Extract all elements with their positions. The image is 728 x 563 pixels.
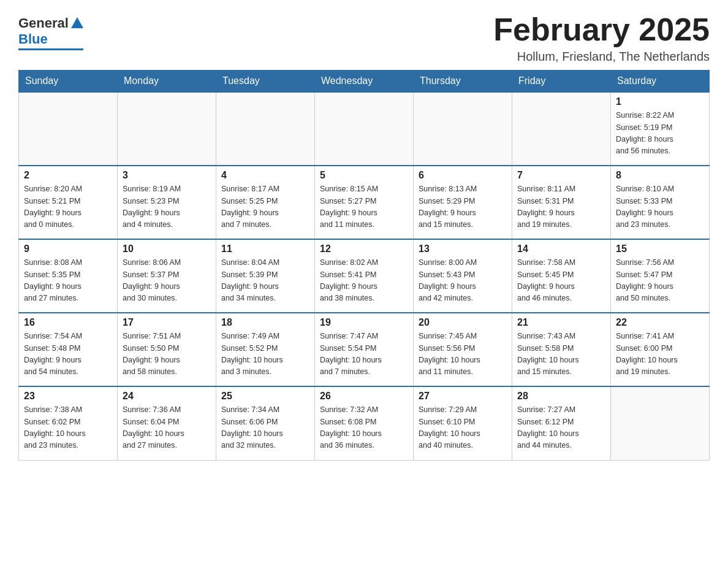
calendar-cell-1-3 <box>216 92 315 166</box>
day-info: Sunrise: 8:22 AM Sunset: 5:19 PM Dayligh… <box>616 110 704 158</box>
day-number: 1 <box>616 96 704 107</box>
calendar-cell-4-4: 19Sunrise: 7:47 AM Sunset: 5:54 PM Dayli… <box>315 313 414 386</box>
day-info: Sunrise: 7:34 AM Sunset: 6:06 PM Dayligh… <box>221 404 309 452</box>
calendar-table: SundayMondayTuesdayWednesdayThursdayFrid… <box>18 70 710 461</box>
calendar-cell-3-7: 15Sunrise: 7:56 AM Sunset: 5:47 PM Dayli… <box>611 239 710 313</box>
day-number: 9 <box>24 243 112 255</box>
day-number: 12 <box>320 243 408 255</box>
day-number: 6 <box>419 170 507 181</box>
calendar-cell-1-1 <box>19 92 118 166</box>
calendar-cell-1-7: 1Sunrise: 8:22 AM Sunset: 5:19 PM Daylig… <box>611 92 710 166</box>
calendar-week-row-1: 1Sunrise: 8:22 AM Sunset: 5:19 PM Daylig… <box>19 92 710 166</box>
calendar-cell-4-6: 21Sunrise: 7:43 AM Sunset: 5:58 PM Dayli… <box>512 313 611 386</box>
calendar-week-row-2: 2Sunrise: 8:20 AM Sunset: 5:21 PM Daylig… <box>19 166 710 239</box>
calendar-cell-2-2: 3Sunrise: 8:19 AM Sunset: 5:23 PM Daylig… <box>118 166 216 239</box>
day-info: Sunrise: 8:17 AM Sunset: 5:25 PM Dayligh… <box>221 183 309 231</box>
day-number: 27 <box>419 391 507 402</box>
calendar-cell-3-3: 11Sunrise: 8:04 AM Sunset: 5:39 PM Dayli… <box>216 239 315 313</box>
day-number: 24 <box>123 391 211 402</box>
day-info: Sunrise: 7:38 AM Sunset: 6:02 PM Dayligh… <box>24 404 112 452</box>
day-info: Sunrise: 7:29 AM Sunset: 6:10 PM Dayligh… <box>419 404 507 452</box>
page-header: General Blue February 2025 Hollum, Fries… <box>18 12 710 64</box>
day-info: Sunrise: 8:15 AM Sunset: 5:27 PM Dayligh… <box>320 183 408 231</box>
logo-underline <box>18 48 83 50</box>
day-info: Sunrise: 7:45 AM Sunset: 5:56 PM Dayligh… <box>419 331 507 378</box>
day-number: 3 <box>123 170 211 181</box>
day-number: 22 <box>616 317 704 328</box>
day-number: 19 <box>320 317 408 328</box>
day-number: 26 <box>320 391 408 402</box>
calendar-cell-5-3: 25Sunrise: 7:34 AM Sunset: 6:06 PM Dayli… <box>216 386 315 460</box>
day-info: Sunrise: 8:02 AM Sunset: 5:41 PM Dayligh… <box>320 257 408 305</box>
calendar-dow-friday: Friday <box>512 71 611 93</box>
day-number: 23 <box>24 391 112 402</box>
calendar-header-row: SundayMondayTuesdayWednesdayThursdayFrid… <box>19 71 710 93</box>
day-number: 18 <box>221 317 309 328</box>
calendar-cell-5-1: 23Sunrise: 7:38 AM Sunset: 6:02 PM Dayli… <box>19 386 118 460</box>
day-number: 14 <box>517 243 605 255</box>
logo-blue-text: Blue <box>18 31 48 47</box>
calendar-cell-1-6 <box>512 92 611 166</box>
calendar-cell-4-7: 22Sunrise: 7:41 AM Sunset: 6:00 PM Dayli… <box>611 313 710 386</box>
day-info: Sunrise: 8:11 AM Sunset: 5:31 PM Dayligh… <box>517 183 605 231</box>
calendar-cell-3-2: 10Sunrise: 8:06 AM Sunset: 5:37 PM Dayli… <box>118 239 216 313</box>
day-number: 25 <box>221 391 309 402</box>
calendar-cell-4-3: 18Sunrise: 7:49 AM Sunset: 5:52 PM Dayli… <box>216 313 315 386</box>
day-info: Sunrise: 7:49 AM Sunset: 5:52 PM Dayligh… <box>221 331 309 378</box>
day-number: 17 <box>123 317 211 328</box>
calendar-cell-3-5: 13Sunrise: 8:00 AM Sunset: 5:43 PM Dayli… <box>414 239 512 313</box>
calendar-week-row-3: 9Sunrise: 8:08 AM Sunset: 5:35 PM Daylig… <box>19 239 710 313</box>
calendar-dow-saturday: Saturday <box>611 71 710 93</box>
calendar-dow-wednesday: Wednesday <box>315 71 414 93</box>
calendar-week-row-4: 16Sunrise: 7:54 AM Sunset: 5:48 PM Dayli… <box>19 313 710 386</box>
calendar-cell-1-5 <box>414 92 512 166</box>
day-number: 4 <box>221 170 309 181</box>
calendar-cell-4-2: 17Sunrise: 7:51 AM Sunset: 5:50 PM Dayli… <box>118 313 216 386</box>
calendar-cell-3-4: 12Sunrise: 8:02 AM Sunset: 5:41 PM Dayli… <box>315 239 414 313</box>
day-number: 8 <box>616 170 704 181</box>
day-info: Sunrise: 8:06 AM Sunset: 5:37 PM Dayligh… <box>123 257 211 305</box>
day-number: 13 <box>419 243 507 255</box>
title-block: February 2025 Hollum, Friesland, The Net… <box>493 12 710 64</box>
day-number: 2 <box>24 170 112 181</box>
day-info: Sunrise: 8:04 AM Sunset: 5:39 PM Dayligh… <box>221 257 309 305</box>
day-info: Sunrise: 7:47 AM Sunset: 5:54 PM Dayligh… <box>320 331 408 378</box>
calendar-cell-2-1: 2Sunrise: 8:20 AM Sunset: 5:21 PM Daylig… <box>19 166 118 239</box>
day-info: Sunrise: 7:36 AM Sunset: 6:04 PM Dayligh… <box>123 404 211 452</box>
day-info: Sunrise: 8:10 AM Sunset: 5:33 PM Dayligh… <box>616 183 704 231</box>
calendar-dow-tuesday: Tuesday <box>216 71 315 93</box>
calendar-cell-2-5: 6Sunrise: 8:13 AM Sunset: 5:29 PM Daylig… <box>414 166 512 239</box>
day-info: Sunrise: 7:58 AM Sunset: 5:45 PM Dayligh… <box>517 257 605 305</box>
calendar-week-row-5: 23Sunrise: 7:38 AM Sunset: 6:02 PM Dayli… <box>19 386 710 460</box>
day-number: 10 <box>123 243 211 255</box>
location-subtitle: Hollum, Friesland, The Netherlands <box>493 50 710 64</box>
day-number: 16 <box>24 317 112 328</box>
day-info: Sunrise: 8:08 AM Sunset: 5:35 PM Dayligh… <box>24 257 112 305</box>
calendar-cell-3-1: 9Sunrise: 8:08 AM Sunset: 5:35 PM Daylig… <box>19 239 118 313</box>
day-number: 21 <box>517 317 605 328</box>
day-info: Sunrise: 8:19 AM Sunset: 5:23 PM Dayligh… <box>123 183 211 231</box>
day-number: 7 <box>517 170 605 181</box>
logo-general-text: General <box>18 15 69 31</box>
month-title: February 2025 <box>493 12 710 47</box>
day-number: 11 <box>221 243 309 255</box>
calendar-dow-sunday: Sunday <box>19 71 118 93</box>
day-info: Sunrise: 7:56 AM Sunset: 5:47 PM Dayligh… <box>616 257 704 305</box>
calendar-cell-5-6: 28Sunrise: 7:27 AM Sunset: 6:12 PM Dayli… <box>512 386 611 460</box>
day-info: Sunrise: 7:41 AM Sunset: 6:00 PM Dayligh… <box>616 331 704 378</box>
calendar-cell-5-7 <box>611 386 710 460</box>
day-info: Sunrise: 8:00 AM Sunset: 5:43 PM Dayligh… <box>419 257 507 305</box>
day-number: 5 <box>320 170 408 181</box>
calendar-dow-monday: Monday <box>118 71 216 93</box>
calendar-cell-5-4: 26Sunrise: 7:32 AM Sunset: 6:08 PM Dayli… <box>315 386 414 460</box>
calendar-cell-2-6: 7Sunrise: 8:11 AM Sunset: 5:31 PM Daylig… <box>512 166 611 239</box>
calendar-cell-2-4: 5Sunrise: 8:15 AM Sunset: 5:27 PM Daylig… <box>315 166 414 239</box>
calendar-cell-2-3: 4Sunrise: 8:17 AM Sunset: 5:25 PM Daylig… <box>216 166 315 239</box>
calendar-cell-5-5: 27Sunrise: 7:29 AM Sunset: 6:10 PM Dayli… <box>414 386 512 460</box>
day-info: Sunrise: 7:43 AM Sunset: 5:58 PM Dayligh… <box>517 331 605 378</box>
day-info: Sunrise: 8:13 AM Sunset: 5:29 PM Dayligh… <box>419 183 507 231</box>
day-info: Sunrise: 7:54 AM Sunset: 5:48 PM Dayligh… <box>24 331 112 378</box>
calendar-cell-4-1: 16Sunrise: 7:54 AM Sunset: 5:48 PM Dayli… <box>19 313 118 386</box>
day-number: 28 <box>517 391 605 402</box>
calendar-cell-4-5: 20Sunrise: 7:45 AM Sunset: 5:56 PM Dayli… <box>414 313 512 386</box>
